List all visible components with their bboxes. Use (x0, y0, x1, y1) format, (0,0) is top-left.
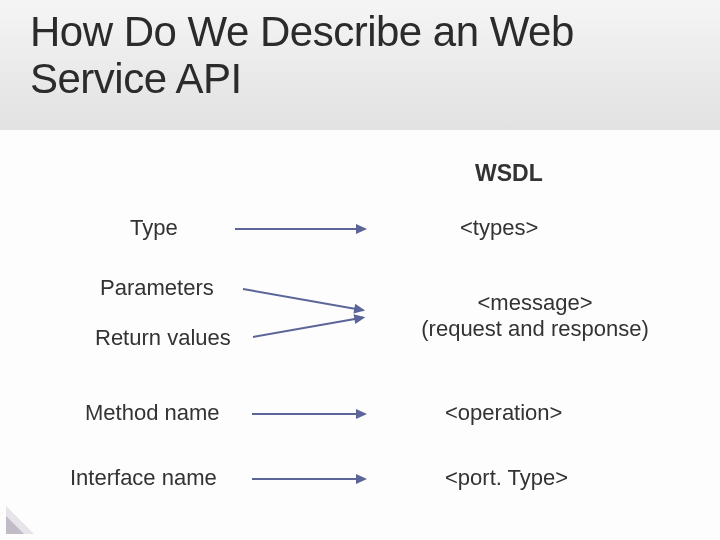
label-parameters: Parameters (100, 275, 214, 301)
label-return-values: Return values (95, 325, 231, 351)
arrow-icon (252, 478, 365, 480)
wsdl-message: <message> (request and response) (400, 290, 670, 342)
arrow-icon (243, 288, 363, 311)
arrow-icon (253, 317, 364, 338)
label-type: Type (130, 215, 178, 241)
wsdl-types: <types> (460, 215, 538, 241)
label-method-name: Method name (85, 400, 220, 426)
arrow-icon (235, 228, 365, 230)
page-title: How Do We Describe an Web Service API (30, 8, 690, 102)
wsdl-message-tag: <message> (400, 290, 670, 316)
wsdl-operation: <operation> (445, 400, 562, 426)
arrow-icon (252, 413, 365, 415)
wsdl-heading: WSDL (475, 160, 543, 187)
decorative-corner-icon (6, 516, 24, 534)
wsdl-porttype: <port. Type> (445, 465, 568, 491)
label-interface-name: Interface name (70, 465, 217, 491)
wsdl-message-note: (request and response) (400, 316, 670, 342)
